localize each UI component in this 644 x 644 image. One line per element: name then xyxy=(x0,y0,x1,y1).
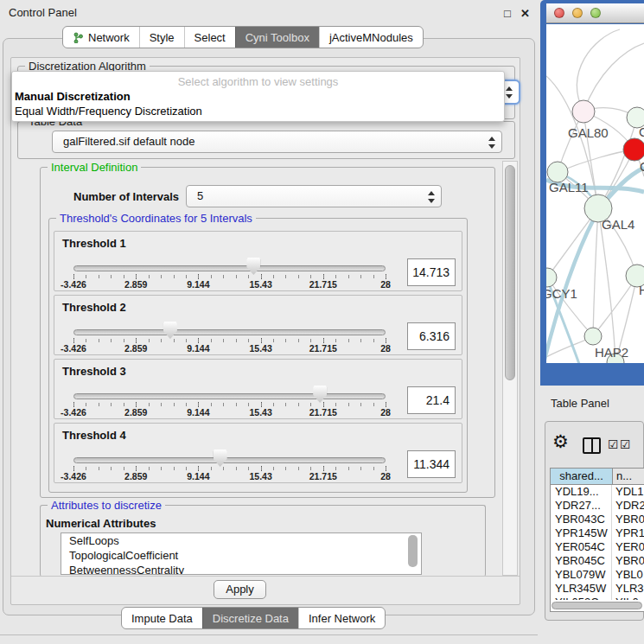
threshold-2-slider-thumb[interactable] xyxy=(163,322,177,339)
slider-tick-labels: -3.426 2.859 9.144 15.43 21.715 28 xyxy=(73,471,386,481)
panel-title: Control Panel xyxy=(9,6,77,19)
spinner-arrows-icon xyxy=(488,136,496,150)
tab-label: Infer Network xyxy=(309,612,375,625)
float-window-icon[interactable]: □ xyxy=(504,8,511,19)
checkbox-icon[interactable]: ☑ xyxy=(608,437,619,451)
table-data-combobox[interactable]: galFiltered.sif default node xyxy=(52,131,502,153)
node-red[interactable] xyxy=(623,138,644,161)
table-horizontal-scrollbar[interactable] xyxy=(552,602,642,609)
table-row[interactable]: YER054CYER0 xyxy=(551,540,644,554)
group-title: Attributes to discretize xyxy=(48,499,165,512)
threshold-4-value-field[interactable]: 11.344 xyxy=(407,450,456,478)
num-intervals-combobox[interactable]: 5 xyxy=(186,185,442,207)
table-row[interactable]: YBR045CYBR0 xyxy=(551,554,644,568)
close-traffic-light-icon[interactable] xyxy=(554,8,564,18)
tab-label: Network xyxy=(88,31,130,44)
slider-tick-labels: -3.426 2.859 9.144 15.43 21.715 28 xyxy=(73,279,386,290)
network-icon xyxy=(73,32,84,43)
threshold-3-value-field[interactable]: 21.4 xyxy=(407,386,456,414)
tab-infer-network[interactable]: Infer Network xyxy=(298,608,385,628)
attributes-list-scrollbar[interactable] xyxy=(408,535,418,567)
group-title: Threshold's Coordinates for 5 Intervals xyxy=(56,212,256,225)
slider-minor-ticks xyxy=(73,339,386,342)
checkbox-icon[interactable]: ☑ xyxy=(620,437,631,451)
panel-bottom-edge xyxy=(0,634,538,635)
tab-label: Select xyxy=(194,31,226,44)
threshold-3-slider-track[interactable] xyxy=(73,393,386,399)
slider-minor-ticks xyxy=(73,403,386,406)
threshold-1-value-field[interactable]: 14.713 xyxy=(407,258,456,286)
network-canvas[interactable]: GAL80 G C GAL11 GAL4 GCY1 H HAP2 xyxy=(546,24,644,363)
tab-label: Style xyxy=(150,31,175,44)
node-gcy1[interactable] xyxy=(546,268,557,287)
slider-tick-labels: -3.426 2.859 9.144 15.43 21.715 28 xyxy=(73,407,386,418)
svg-text:GAL4: GAL4 xyxy=(602,217,634,232)
threshold-1-slider-thumb[interactable] xyxy=(246,258,260,275)
cyni-bottom-tabs: Impute Data Discretize Data Infer Networ… xyxy=(121,607,386,629)
table-row[interactable]: YBR043CYBR0 xyxy=(551,513,644,526)
tab-label: Cyni Toolbox xyxy=(245,31,309,44)
threshold-2-value-field[interactable]: 6.316 xyxy=(407,322,456,350)
threshold-label: Threshold 4 xyxy=(62,429,126,442)
spinner-arrows-icon xyxy=(427,190,436,204)
minimize-traffic-light-icon[interactable] xyxy=(572,8,583,18)
group-title: Interval Definition xyxy=(48,161,141,174)
list-item[interactable]: TopologicalCoefficient xyxy=(61,548,421,563)
threshold-1-panel: Threshold 1 -3.426 2.859 9.144 15.43 21.… xyxy=(54,231,462,291)
dropdown-item-equal-width[interactable]: Equal Width/Frequency Discretization xyxy=(15,105,202,118)
threshold-2-slider-track[interactable] xyxy=(73,329,386,335)
threshold-4-slider-thumb[interactable] xyxy=(214,450,227,467)
table-row[interactable]: YDL19...YDL1 xyxy=(551,485,644,499)
close-panel-icon[interactable]: ✕ xyxy=(520,8,530,19)
tab-select[interactable]: Select xyxy=(184,27,235,48)
tab-network[interactable]: Network xyxy=(63,27,139,48)
table-rows: YDL19...YDL1 YDR27...YDR2 YBR043CYBR0 YP… xyxy=(550,485,644,600)
apply-button[interactable]: Apply xyxy=(214,580,266,599)
threshold-label: Threshold 1 xyxy=(62,237,126,250)
tab-impute-data[interactable]: Impute Data xyxy=(122,608,202,628)
numerical-attributes-label: Numerical Attributes xyxy=(46,517,156,530)
combobox-value: 5 xyxy=(197,189,203,202)
table-row[interactable]: YDR27...YDR2 xyxy=(551,499,644,513)
attributes-list: SelfLoops TopologicalCoefficient Between… xyxy=(61,532,422,575)
panel-scrollbar-thumb[interactable] xyxy=(505,165,515,380)
scroll-viewport-edge xyxy=(11,576,520,577)
slider-minor-ticks xyxy=(73,467,386,470)
slider-tick-labels: -3.426 2.859 9.144 15.43 21.715 28 xyxy=(73,343,386,354)
tab-label: Discretize Data xyxy=(213,612,289,625)
algorithm-dropdown-popup: Select algorithm to view settings Manual… xyxy=(11,71,505,122)
tab-jactivemnodules[interactable]: jActiveMNodules xyxy=(319,27,423,48)
threshold-4-slider-track[interactable] xyxy=(73,457,386,463)
threshold-4-panel: Threshold 4 -3.426 2.859 9.144 15.43 21.… xyxy=(54,423,462,483)
tab-label: Impute Data xyxy=(131,612,193,625)
svg-text:C: C xyxy=(640,159,644,174)
zoom-traffic-light-icon[interactable] xyxy=(590,8,601,18)
table-row[interactable]: YLR345WYLR3 xyxy=(551,582,644,596)
threshold-3-slider-thumb[interactable] xyxy=(313,386,327,403)
svg-text:GAL80: GAL80 xyxy=(568,125,609,140)
threshold-3-panel: Threshold 3 -3.426 2.859 9.144 15.43 21.… xyxy=(54,359,462,419)
threshold-label: Threshold 3 xyxy=(62,365,126,378)
dropdown-item-manual-discretization[interactable]: Manual Discretization xyxy=(15,90,131,103)
svg-text:H: H xyxy=(639,283,644,297)
column-layout-icon[interactable] xyxy=(583,437,601,454)
combobox-value: galFiltered.sif default node xyxy=(63,135,194,148)
control-panel-tabs: Network Style Select Cyni Toolbox jActiv… xyxy=(62,26,424,48)
table-row[interactable]: YPR145WYPR1 xyxy=(551,526,644,540)
column-header-name[interactable]: n... xyxy=(613,469,644,485)
tab-discretize-data[interactable]: Discretize Data xyxy=(202,608,298,628)
table-row[interactable]: YBL079WYBL0 xyxy=(551,568,644,582)
tab-style[interactable]: Style xyxy=(139,27,184,48)
tab-cyni-toolbox[interactable]: Cyni Toolbox xyxy=(235,27,319,48)
column-header-shared[interactable]: shared... xyxy=(551,469,613,485)
gear-icon[interactable]: ⚙ xyxy=(552,432,569,451)
node-gal80[interactable] xyxy=(572,100,595,123)
table-panel-title: Table Panel xyxy=(551,397,609,410)
spinner-arrows-icon xyxy=(505,86,513,99)
node-hap2[interactable] xyxy=(584,328,602,345)
list-item[interactable]: BetweennessCentrality xyxy=(61,563,421,575)
threshold-1-slider-track[interactable] xyxy=(73,265,386,271)
svg-text:GAL11: GAL11 xyxy=(549,180,589,194)
list-item[interactable]: SelfLoops xyxy=(61,533,421,548)
table-header: shared... n... xyxy=(550,468,644,485)
